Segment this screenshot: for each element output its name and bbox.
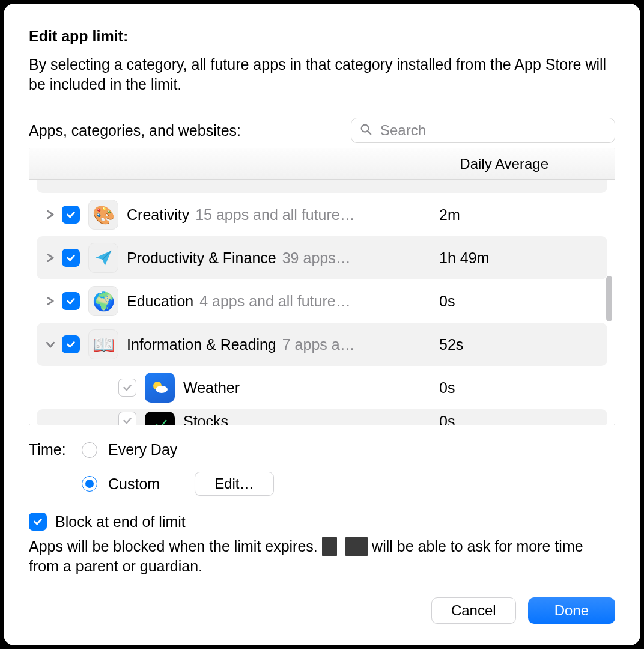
daily-average-value: 52s bbox=[439, 336, 607, 353]
time-label: Time: bbox=[29, 441, 71, 459]
category-name: Education bbox=[127, 293, 193, 310]
edit-schedule-button[interactable]: Edit… bbox=[195, 472, 273, 496]
row-text: Education 4 apps and all future… bbox=[127, 293, 379, 310]
row-text: Stocks bbox=[183, 413, 436, 425]
chevron-right-icon[interactable] bbox=[44, 210, 57, 219]
chevron-right-icon[interactable] bbox=[44, 297, 57, 305]
app-name: Weather bbox=[183, 379, 240, 397]
category-row-creativity[interactable]: 🎨 Creativity 15 apps and all future… 2m bbox=[37, 193, 607, 236]
daily-average-value: 0s bbox=[439, 379, 607, 397]
chevron-down-icon[interactable] bbox=[44, 340, 57, 349]
edit-app-limit-dialog: Edit app limit: By selecting a category,… bbox=[4, 4, 640, 645]
row-text: Productivity & Finance 39 apps… bbox=[127, 249, 379, 267]
globe-icon: 🌍 bbox=[88, 286, 118, 316]
category-row-education[interactable]: 🌍 Education 4 apps and all future… 0s bbox=[37, 279, 607, 323]
redacted-name-icon: xx bbox=[322, 537, 337, 556]
scroll-thumb[interactable] bbox=[606, 276, 612, 321]
svg-line-1 bbox=[368, 131, 371, 134]
radio-every-day-label: Every Day bbox=[108, 441, 177, 459]
category-sub: 4 apps and all future… bbox=[199, 293, 351, 310]
block-at-end-label: Block at end of limit bbox=[55, 513, 186, 531]
app-row-weather[interactable]: Weather 0s bbox=[37, 366, 607, 409]
category-name: Creativity bbox=[127, 206, 189, 224]
checkbox-information-reading[interactable] bbox=[62, 335, 80, 353]
time-row-custom: Custom Edit… bbox=[29, 472, 615, 496]
redacted-name-icon: xxx bbox=[345, 537, 368, 556]
search-input[interactable] bbox=[351, 118, 615, 143]
dialog-title: Edit app limit: bbox=[29, 28, 615, 45]
category-sub: 7 apps a… bbox=[282, 336, 355, 353]
done-button[interactable]: Done bbox=[528, 597, 615, 624]
scrollbar[interactable] bbox=[604, 180, 615, 425]
table-body[interactable]: 🎨 Creativity 15 apps and all future… 2m bbox=[29, 180, 615, 425]
app-name: Stocks bbox=[183, 413, 228, 425]
app-row-stocks[interactable]: Stocks 0s bbox=[37, 409, 607, 425]
chevron-right-icon[interactable] bbox=[44, 254, 57, 262]
row-text: Creativity 15 apps and all future… bbox=[127, 206, 379, 224]
daily-average-value: 0s bbox=[439, 293, 607, 310]
apps-table: Daily Average 🎨 Creativity 15 apps and a… bbox=[29, 148, 615, 425]
search-icon bbox=[359, 123, 372, 138]
checkbox-weather[interactable] bbox=[118, 379, 136, 397]
checkbox-block-at-end[interactable] bbox=[29, 513, 47, 531]
row-peek-above bbox=[37, 180, 607, 193]
row-text: Information & Reading 7 apps a… bbox=[127, 336, 379, 353]
list-label: Apps, categories, and websites: bbox=[29, 122, 241, 139]
time-row-every-day: Time: Every Day bbox=[29, 441, 615, 459]
block-desc-part-a: Apps will be blocked when the limit expi… bbox=[29, 538, 318, 555]
checkbox-stocks[interactable] bbox=[118, 412, 136, 425]
dialog-description: By selecting a category, all future apps… bbox=[29, 55, 615, 94]
category-row-information-reading[interactable]: 📖 Information & Reading 7 apps a… 52s bbox=[37, 323, 607, 366]
book-icon: 📖 bbox=[88, 329, 118, 359]
category-name: Productivity & Finance bbox=[127, 249, 276, 267]
category-sub: 39 apps… bbox=[282, 249, 351, 267]
svg-point-3 bbox=[156, 386, 168, 393]
radio-custom[interactable] bbox=[82, 476, 97, 492]
cancel-button[interactable]: Cancel bbox=[431, 597, 516, 624]
radio-every-day[interactable] bbox=[82, 442, 97, 458]
dialog-footer: Cancel Done bbox=[29, 597, 615, 624]
time-section: Time: Every Day Custom Edit… bbox=[29, 441, 615, 496]
block-at-end-row: Block at end of limit bbox=[29, 513, 615, 531]
checkbox-productivity[interactable] bbox=[62, 249, 80, 267]
table-header: Daily Average bbox=[29, 148, 615, 180]
checkbox-education[interactable] bbox=[62, 292, 80, 310]
block-description: Apps will be blocked when the limit expi… bbox=[29, 537, 615, 576]
weather-icon bbox=[145, 373, 175, 403]
column-daily-average: Daily Average bbox=[460, 156, 548, 172]
radio-custom-label: Custom bbox=[108, 475, 160, 493]
category-sub: 15 apps and all future… bbox=[195, 206, 354, 224]
category-row-productivity[interactable]: Productivity & Finance 39 apps… 1h 49m bbox=[37, 236, 607, 279]
daily-average-value: 0s bbox=[439, 413, 607, 425]
search-field-wrap bbox=[351, 118, 615, 143]
row-text: Weather bbox=[183, 379, 436, 397]
daily-average-value: 2m bbox=[439, 206, 607, 224]
daily-average-value: 1h 49m bbox=[439, 249, 607, 267]
list-header: Apps, categories, and websites: bbox=[29, 118, 615, 143]
checkbox-creativity[interactable] bbox=[62, 206, 80, 224]
creativity-icon: 🎨 bbox=[88, 200, 118, 230]
paper-plane-icon bbox=[88, 243, 118, 273]
category-name: Information & Reading bbox=[127, 336, 276, 353]
stocks-icon bbox=[145, 412, 175, 425]
